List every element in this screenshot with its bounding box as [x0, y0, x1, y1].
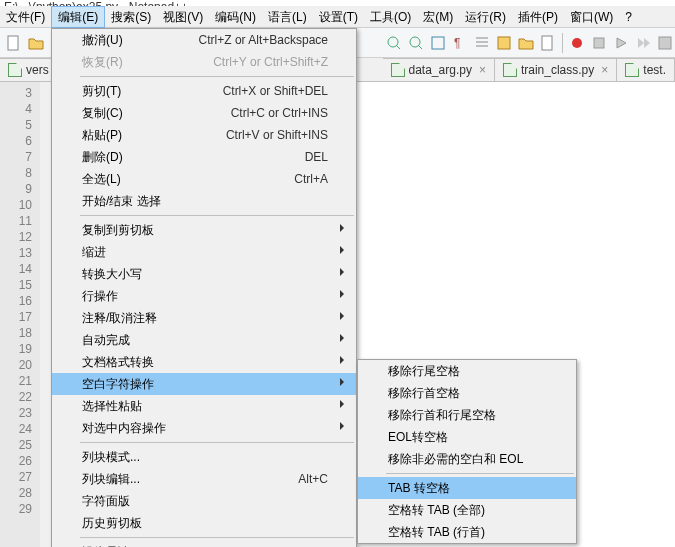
menu-item-label: 列块编辑...	[82, 471, 298, 488]
edit-menu-item[interactable]: 字符面版	[52, 490, 356, 512]
file-icon	[625, 63, 639, 77]
menu-item-label: 空格转 TAB (全部)	[388, 502, 548, 519]
menu-item-label: 剪切(T)	[82, 83, 223, 100]
save-macro-icon[interactable]	[655, 33, 675, 53]
tab-vers[interactable]: vers	[0, 58, 58, 81]
whitespace-menu-item[interactable]: 空格转 TAB (全部)	[358, 499, 576, 521]
menu-shortcut: Ctrl+C or Ctrl+INS	[231, 106, 328, 120]
line-number: 15	[0, 277, 40, 293]
line-number: 8	[0, 165, 40, 181]
menu-item-label: 选择性粘贴	[82, 398, 328, 415]
edit-menu-item[interactable]: 对选中内容操作	[52, 417, 356, 439]
wrap-icon[interactable]	[428, 33, 448, 53]
edit-menu-item[interactable]: 历史剪切板	[52, 512, 356, 534]
doc-icon[interactable]	[538, 33, 558, 53]
chars-icon[interactable]: ¶	[450, 33, 470, 53]
open-icon[interactable]	[26, 33, 46, 53]
edit-menu-item[interactable]: 开始/结束 选择	[52, 190, 356, 212]
submenu-arrow-icon	[340, 378, 348, 386]
line-number: 4	[0, 101, 40, 117]
zoomin-icon[interactable]	[384, 33, 404, 53]
edit-menu-item[interactable]: 自动完成	[52, 329, 356, 351]
edit-menu-item[interactable]: 注释/取消注释	[52, 307, 356, 329]
line-number: 18	[0, 325, 40, 341]
line-number: 26	[0, 453, 40, 469]
submenu-arrow-icon	[340, 400, 348, 408]
edit-menu-item[interactable]: 复制到剪切板	[52, 219, 356, 241]
menu-macro[interactable]: 宏(M)	[417, 6, 459, 28]
edit-menu-item[interactable]: 缩进	[52, 241, 356, 263]
edit-menu-item[interactable]: 空白字符操作	[52, 373, 356, 395]
zoomout-icon[interactable]	[406, 33, 426, 53]
edit-menu-item[interactable]: 粘贴(P)Ctrl+V or Shift+INS	[52, 124, 356, 146]
menu-item-label: 注释/取消注释	[82, 310, 328, 327]
play-icon[interactable]	[611, 33, 631, 53]
edit-menu-item[interactable]: 转换大小写	[52, 263, 356, 285]
whitespace-menu-item[interactable]: 移除行首空格	[358, 382, 576, 404]
tab-label: data_arg.py	[409, 63, 472, 77]
whitespace-menu-item[interactable]: TAB 转空格	[358, 477, 576, 499]
submenu-arrow-icon	[340, 334, 348, 342]
close-tab-icon[interactable]: ×	[601, 63, 608, 77]
menu-help[interactable]: ?	[619, 6, 638, 28]
line-number: 16	[0, 293, 40, 309]
edit-menu-item[interactable]: 行操作	[52, 285, 356, 307]
close-tab-icon[interactable]: ×	[479, 63, 486, 77]
whitespace-menu-item[interactable]: 移除行首和行尾空格	[358, 404, 576, 426]
menu-search[interactable]: 搜索(S)	[105, 6, 157, 28]
edit-menu-item[interactable]: 选择性粘贴	[52, 395, 356, 417]
submenu-arrow-icon	[340, 312, 348, 320]
lang-icon[interactable]	[494, 33, 514, 53]
line-number: 23	[0, 405, 40, 421]
line-number: 6	[0, 133, 40, 149]
menu-item-label: EOL转空格	[388, 429, 548, 446]
edit-menu-item[interactable]: 设为只读	[52, 541, 356, 547]
menu-plugins[interactable]: 插件(P)	[512, 6, 564, 28]
tab-label: test.	[643, 63, 666, 77]
playn-icon[interactable]	[633, 33, 653, 53]
edit-menu-item[interactable]: 列块编辑...Alt+C	[52, 468, 356, 490]
menu-run[interactable]: 运行(R)	[459, 6, 512, 28]
tab-test[interactable]: test.	[617, 58, 675, 81]
menu-language[interactable]: 语言(L)	[262, 6, 313, 28]
folder-icon[interactable]	[516, 33, 536, 53]
menu-encoding[interactable]: 编码(N)	[209, 6, 262, 28]
record-icon[interactable]	[567, 33, 587, 53]
line-number: 3	[0, 85, 40, 101]
edit-menu-item[interactable]: 删除(D)DEL	[52, 146, 356, 168]
whitespace-menu-item[interactable]: 空格转 TAB (行首)	[358, 521, 576, 543]
tab-train-class[interactable]: train_class.py×	[495, 58, 617, 81]
whitespace-menu-item[interactable]: EOL转空格	[358, 426, 576, 448]
edit-menu-item[interactable]: 撤消(U)Ctrl+Z or Alt+Backspace	[52, 29, 356, 51]
new-icon[interactable]	[4, 33, 24, 53]
submenu-arrow-icon	[340, 356, 348, 364]
menu-item-label: 移除行首空格	[388, 385, 548, 402]
whitespace-menu-item[interactable]: 移除行尾空格	[358, 360, 576, 382]
line-number: 9	[0, 181, 40, 197]
indent-icon[interactable]	[472, 33, 492, 53]
edit-menu-item[interactable]: 剪切(T)Ctrl+X or Shift+DEL	[52, 80, 356, 102]
line-number: 27	[0, 469, 40, 485]
menu-file[interactable]: 文件(F)	[0, 6, 51, 28]
menu-tools[interactable]: 工具(O)	[364, 6, 417, 28]
menu-settings[interactable]: 设置(T)	[313, 6, 364, 28]
edit-menu-item[interactable]: 文档格式转换	[52, 351, 356, 373]
menu-edit[interactable]: 编辑(E)	[51, 6, 105, 28]
edit-menu-item[interactable]: 复制(C)Ctrl+C or Ctrl+INS	[52, 102, 356, 124]
stop-icon[interactable]	[589, 33, 609, 53]
menu-window[interactable]: 窗口(W)	[564, 6, 619, 28]
file-icon	[503, 63, 517, 77]
whitespace-menu-item[interactable]: 移除非必需的空白和 EOL	[358, 448, 576, 470]
line-number: 25	[0, 437, 40, 453]
menu-item-label: 缩进	[82, 244, 328, 261]
tab-data-arg[interactable]: data_arg.py×	[383, 58, 495, 81]
menu-view[interactable]: 视图(V)	[157, 6, 209, 28]
menu-item-label: 字符面版	[82, 493, 328, 510]
tab-label: vers	[26, 63, 49, 77]
edit-menu-item[interactable]: 全选(L)Ctrl+A	[52, 168, 356, 190]
line-number: 5	[0, 117, 40, 133]
menu-item-label: 列块模式...	[82, 449, 328, 466]
submenu-arrow-icon	[340, 224, 348, 232]
submenu-arrow-icon	[340, 246, 348, 254]
edit-menu-item[interactable]: 列块模式...	[52, 446, 356, 468]
